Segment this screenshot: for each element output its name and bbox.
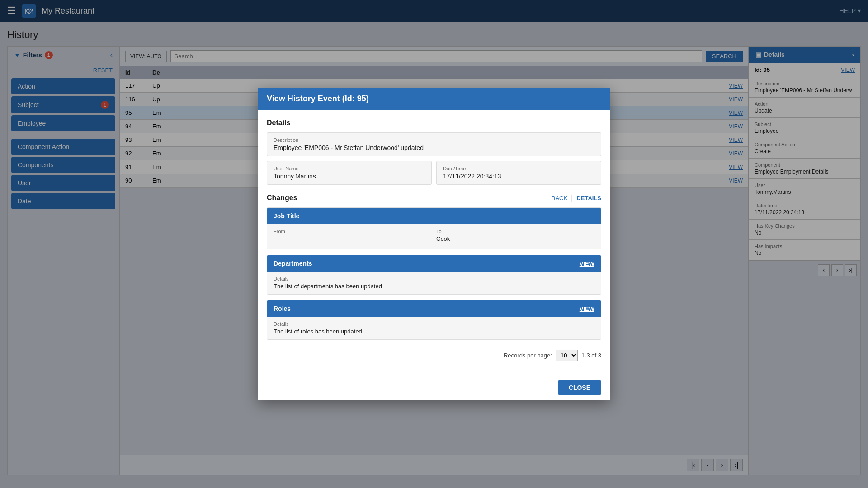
back-button[interactable]: BACK: [552, 195, 567, 202]
records-per-page-select[interactable]: 10 25 50: [556, 350, 578, 361]
close-button[interactable]: CLOSE: [558, 380, 601, 395]
job-title-label: Job Title: [274, 212, 299, 220]
records-per-page-label: Records per page:: [504, 352, 552, 359]
departments-label: Departments: [274, 260, 312, 267]
departments-section: Departments VIEW Details The list of dep…: [267, 255, 601, 295]
changes-header: Changes BACK | DETAILS: [267, 194, 601, 202]
datetime-card: Date/Time 17/11/2022 20:34:13: [436, 161, 601, 185]
records-count: 1-3 of 3: [581, 352, 601, 359]
roles-view-button[interactable]: VIEW: [580, 305, 594, 312]
from-field: From: [274, 229, 432, 244]
job-title-body: From To Cook: [267, 224, 601, 249]
datetime-label: Date/Time: [443, 166, 594, 171]
modal-overlay: View History Event (Id: 95) Details Desc…: [0, 0, 868, 488]
departments-body: Details The list of departments has been…: [267, 272, 601, 294]
modal-title: View History Event (Id: 95): [267, 94, 369, 103]
roles-section: Roles VIEW Details The list of roles has…: [267, 300, 601, 340]
user-datetime-row: User Name Tommy.Martins Date/Time 17/11/…: [267, 161, 601, 189]
modal-body: Details Description Employee 'EMP006 - M…: [258, 110, 610, 375]
to-field: To Cook: [436, 229, 594, 244]
modal-header: View History Event (Id: 95): [258, 88, 610, 110]
changes-title: Changes: [267, 194, 297, 202]
roles-body: Details The list of roles has been updat…: [267, 317, 601, 339]
departments-header: Departments VIEW: [267, 255, 601, 272]
changes-nav: BACK | DETAILS: [552, 194, 601, 202]
details-link[interactable]: DETAILS: [576, 195, 601, 202]
roles-label: Roles: [274, 305, 291, 312]
roles-header: Roles VIEW: [267, 300, 601, 317]
username-label: User Name: [274, 166, 425, 171]
username-value: Tommy.Martins: [274, 173, 425, 180]
description-label: Description: [274, 137, 594, 143]
description-value: Employee 'EMP006 - Mr Steffan Underwood'…: [274, 144, 594, 151]
job-title-section: Job Title From To Cook: [267, 207, 601, 249]
description-card: Description Employee 'EMP006 - Mr Steffa…: [267, 132, 601, 156]
modal: View History Event (Id: 95) Details Desc…: [258, 88, 610, 400]
job-title-header: Job Title: [267, 208, 601, 224]
records-per-page-row: Records per page: 10 25 50 1-3 of 3: [267, 345, 601, 366]
modal-details-title: Details: [267, 119, 601, 127]
modal-footer: CLOSE: [258, 375, 610, 400]
datetime-value: 17/11/2022 20:34:13: [443, 173, 594, 180]
departments-view-button[interactable]: VIEW: [580, 260, 594, 267]
username-card: User Name Tommy.Martins: [267, 161, 432, 185]
